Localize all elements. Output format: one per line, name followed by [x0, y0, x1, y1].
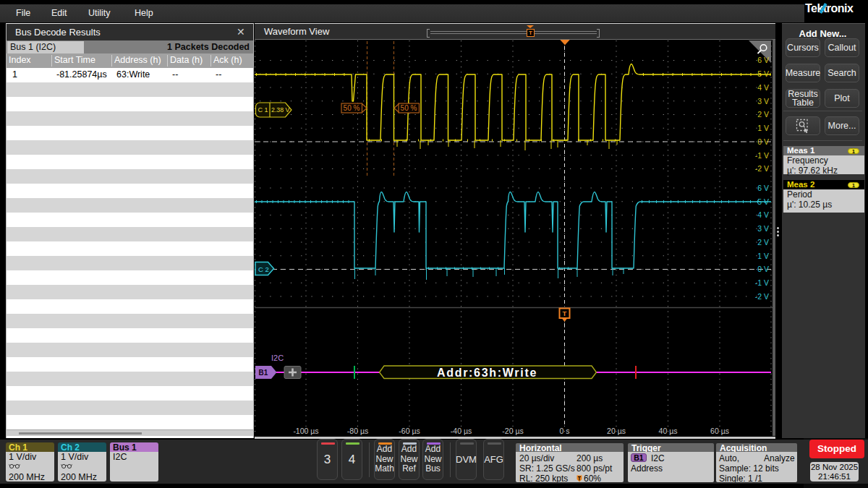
svg-text:-1 V: -1 V	[755, 278, 769, 287]
svg-text:-60 µs: -60 µs	[399, 427, 420, 435]
svg-text:-40 µs: -40 µs	[451, 427, 472, 435]
svg-text:1 V: 1 V	[757, 252, 769, 260]
svg-text:-20 µs: -20 µs	[502, 427, 523, 435]
svg-text:I2C: I2C	[271, 354, 284, 362]
svg-text:40 µs: 40 µs	[659, 427, 678, 435]
svg-text:-2 V: -2 V	[755, 292, 769, 301]
svg-text:1 V: 1 V	[757, 124, 769, 132]
svg-text:0 V: 0 V	[757, 137, 769, 146]
svg-text:T: T	[563, 309, 567, 317]
svg-text:-2 V: -2 V	[755, 164, 769, 173]
svg-text:2.38 V: 2.38 V	[271, 106, 290, 114]
svg-text:3 V: 3 V	[757, 97, 769, 106]
svg-text:-100 µs: -100 µs	[293, 427, 318, 435]
svg-text:B1: B1	[259, 369, 268, 377]
svg-text:0 s: 0 s	[559, 427, 569, 435]
svg-text:6 V: 6 V	[757, 184, 769, 192]
svg-text:5 V: 5 V	[757, 69, 769, 78]
svg-text:20 µs: 20 µs	[607, 427, 626, 435]
svg-text:2 V: 2 V	[757, 110, 769, 119]
svg-text:-80 µs: -80 µs	[347, 427, 368, 435]
svg-text:50 %: 50 %	[344, 104, 360, 112]
svg-text:3 V: 3 V	[757, 224, 769, 233]
svg-text:C 2: C 2	[258, 265, 269, 273]
svg-text:5 V: 5 V	[757, 197, 769, 206]
svg-text:C 1: C 1	[258, 106, 268, 114]
svg-text:0 V: 0 V	[757, 265, 769, 273]
svg-text:4 V: 4 V	[757, 83, 769, 92]
svg-text:2 V: 2 V	[757, 238, 769, 247]
svg-text:Addr:63h:Write: Addr:63h:Write	[437, 367, 537, 379]
svg-text:4 V: 4 V	[757, 210, 769, 219]
svg-text:50 %: 50 %	[401, 104, 417, 112]
svg-text:60 µs: 60 µs	[710, 427, 729, 435]
svg-text:6 V: 6 V	[757, 56, 769, 64]
svg-text:-1 V: -1 V	[755, 151, 769, 160]
